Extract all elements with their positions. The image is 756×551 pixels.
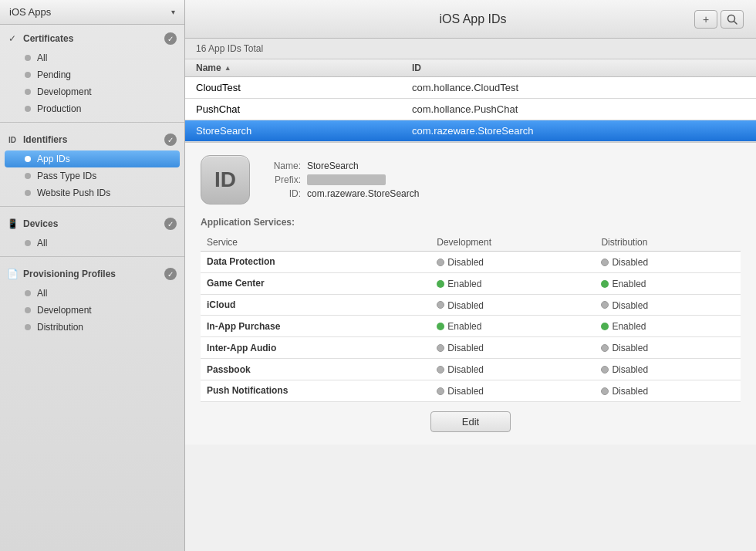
service-dev-status: Disabled (430, 337, 595, 359)
detail-name-row: Name: StoreSearch (262, 161, 419, 171)
provisioning-title: Provisioning Profiles (23, 269, 116, 279)
divider-1 (0, 122, 184, 123)
table-area: 16 App IDs Total Name ▲ ID CloudTest com… (185, 39, 756, 551)
dev-col-header: Development (430, 234, 595, 252)
service-row: PassbookDisabledDisabled (201, 359, 741, 380)
sidebar-item-website-push-ids[interactable]: Website Push IDs (0, 184, 184, 201)
service-name: Game Center (201, 272, 430, 294)
detail-info: Name: StoreSearch Prefix: ████████████ I… (262, 155, 419, 205)
row-name: PushChat (196, 103, 412, 115)
table-row-selected[interactable]: StoreSearch com.razeware.StoreSearch (185, 120, 756, 142)
service-row: Game CenterEnabledEnabled (201, 272, 741, 294)
service-row: iCloudDisabledDisabled (201, 294, 741, 316)
certificate-icon: ✓ (6, 32, 19, 45)
identifiers-icon: ID (6, 134, 19, 146)
enabled-icon (601, 280, 609, 288)
service-name: Passbook (201, 359, 430, 380)
identifiers-section-header[interactable]: ID Identifiers ✓ (0, 130, 184, 149)
enabled-icon (601, 323, 609, 330)
page-title: iOS App IDs (251, 12, 694, 26)
devices-title: Devices (23, 218, 58, 229)
service-dist-status: Disabled (595, 337, 741, 359)
sidebar-item-app-ids[interactable]: App IDs (5, 150, 180, 167)
service-dev-status: Disabled (430, 380, 595, 401)
identifiers-items: App IDs Pass Type IDs Website Push IDs (0, 149, 184, 203)
row-id: com.hollance.CloudTest (412, 82, 745, 93)
id-label: ID: (262, 188, 301, 199)
devices-icon: 📱 (6, 218, 19, 230)
certificates-check: ✓ (164, 32, 177, 45)
edit-button-row: Edit (201, 411, 741, 432)
service-row: Inter-App AudioDisabledDisabled (201, 337, 741, 359)
disabled-icon (437, 259, 444, 266)
edit-button[interactable]: Edit (430, 411, 511, 432)
service-row: Push NotificationsDisabledDisabled (201, 380, 741, 401)
app-selector-dropdown[interactable]: iOS Apps ▾ (0, 0, 184, 25)
disabled-icon (601, 344, 609, 352)
search-button[interactable] (721, 10, 744, 29)
prefix-label: Prefix: (262, 174, 301, 185)
service-dev-status: Disabled (430, 252, 595, 273)
certificates-title: Certificates (23, 33, 73, 44)
sidebar-item-all-certs[interactable]: All (0, 49, 184, 66)
sidebar-section-certificates: ✓ Certificates ✓ All Pending Development… (0, 29, 184, 119)
service-name: Data Protection (201, 252, 430, 273)
sidebar-item-development-cert[interactable]: Development (0, 83, 184, 100)
id-column-header[interactable]: ID (412, 63, 745, 73)
devices-section-header[interactable]: 📱 Devices ✓ (0, 215, 184, 233)
sidebar: iOS Apps ▾ ✓ Certificates ✓ All Pending … (0, 0, 185, 551)
service-dist-status: Enabled (595, 272, 741, 294)
identifiers-check: ✓ (164, 134, 177, 146)
service-col-header: Service (201, 234, 430, 252)
certificates-section-header[interactable]: ✓ Certificates ✓ (0, 29, 184, 48)
sort-arrow-icon: ▲ (224, 64, 231, 72)
divider-3 (0, 256, 184, 257)
enabled-icon (437, 323, 444, 330)
provisioning-section-header[interactable]: 📄 Provisioning Profiles ✓ (0, 265, 184, 283)
header-buttons: + (694, 10, 744, 29)
row-name: CloudTest (196, 82, 412, 93)
disabled-icon (437, 366, 444, 374)
service-dist-status: Disabled (595, 380, 741, 401)
disabled-icon (437, 344, 444, 352)
sidebar-item-development-profile[interactable]: Development (0, 302, 184, 319)
identifiers-title: Identifiers (23, 134, 67, 145)
app-services-title: Application Services: (201, 217, 741, 228)
service-dev-status: Enabled (430, 272, 595, 294)
table-count: 16 App IDs Total (185, 39, 756, 59)
table-row[interactable]: PushChat com.hollance.PushChat (185, 99, 756, 120)
service-dist-status: Disabled (595, 294, 741, 316)
disabled-icon (601, 387, 609, 395)
add-button[interactable]: + (694, 10, 717, 29)
service-name: Inter-App Audio (201, 337, 430, 359)
app-selector-label: iOS Apps (9, 6, 51, 18)
header: iOS App IDs + (185, 0, 756, 39)
provisioning-icon: 📄 (6, 268, 19, 280)
service-name: In-App Purchase (201, 316, 430, 337)
service-dist-status: Disabled (595, 252, 741, 273)
sidebar-item-pass-type-ids[interactable]: Pass Type IDs (0, 167, 184, 184)
devices-check: ✓ (164, 218, 177, 230)
detail-id-row: ID: com.razeware.StoreSearch (262, 188, 419, 199)
chevron-down-icon: ▾ (171, 8, 175, 16)
name-column-header[interactable]: Name ▲ (196, 63, 412, 73)
sidebar-item-production-cert[interactable]: Production (0, 100, 184, 117)
service-dev-status: Disabled (430, 359, 595, 380)
devices-items: All (0, 233, 184, 253)
service-row: In-App PurchaseEnabledEnabled (201, 316, 741, 337)
service-name: iCloud (201, 294, 430, 316)
sidebar-item-pending[interactable]: Pending (0, 66, 184, 83)
sidebar-item-all-profiles[interactable]: All (0, 285, 184, 302)
sidebar-section-devices: 📱 Devices ✓ All (0, 215, 184, 253)
sidebar-section-identifiers: ID Identifiers ✓ App IDs Pass Type IDs W… (0, 130, 184, 203)
sidebar-item-distribution-profile[interactable]: Distribution (0, 319, 184, 336)
row-id-selected: com.razeware.StoreSearch (412, 125, 745, 137)
search-icon (727, 14, 737, 25)
sidebar-item-all-devices[interactable]: All (0, 235, 184, 252)
certificates-items: All Pending Development Production (0, 48, 184, 119)
divider-2 (0, 206, 184, 207)
service-name: Push Notifications (201, 380, 430, 401)
provisioning-check: ✓ (164, 268, 177, 280)
table-row[interactable]: CloudTest com.hollance.CloudTest (185, 77, 756, 99)
detail-prefix-row: Prefix: ████████████ (262, 174, 419, 185)
